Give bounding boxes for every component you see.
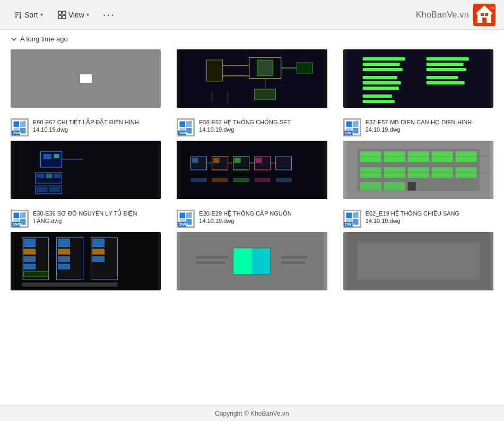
logo-domain-text: KhoBanVe.vn: [416, 10, 469, 20]
dwg-icon-7: TM DWG: [11, 210, 30, 229]
svg-rect-86: [255, 178, 271, 182]
dwg-svg-8: TM DWG: [177, 211, 195, 227]
svg-rect-151: [196, 261, 225, 264]
svg-rect-28: [362, 57, 405, 61]
svg-rect-4: [63, 11, 66, 14]
svg-rect-60: [49, 187, 60, 192]
thumb-svg-7: [11, 232, 161, 290]
svg-rect-78: [276, 157, 292, 170]
svg-rect-127: [24, 271, 47, 277]
file-label-6: TM DWG E37-E57-MB-DIEN-CAN-HO-DIEN-HINH-…: [343, 118, 493, 138]
svg-rect-152: [281, 256, 308, 259]
view-button[interactable]: View ▾: [53, 7, 94, 22]
file-thumbnail-4: [11, 141, 161, 199]
main-content: A long time ago: [0, 30, 504, 405]
svg-rect-31: [362, 76, 397, 79]
svg-rect-32: [362, 81, 401, 84]
file-name-4: E60-E67 CHI TIẾT LẮP ĐẶT ĐIỆN HÌNH 14.10…: [33, 118, 161, 134]
file-label-8: TM DWG E20-E29 HỆ THỐNG CẤP NGUỒN 14.10.…: [177, 210, 327, 229]
file-name-9: E02_E19 HỆ THỐNG CHIẾU SÁNG 14.10.19.dwg: [366, 210, 493, 225]
svg-text:TM: TM: [23, 212, 25, 214]
file-item-5[interactable]: TM DWG E58-E62 HỆ THỐNG CHỐNG SÉT 14.10.…: [177, 118, 327, 199]
svg-text:TM: TM: [490, 6, 494, 10]
section-header: A long time ago: [11, 35, 493, 43]
svg-rect-12: [485, 13, 488, 16]
view-icon: [58, 11, 66, 19]
svg-rect-148: [233, 248, 252, 274]
svg-rect-30: [362, 68, 402, 71]
svg-rect-73: [213, 158, 220, 163]
svg-text:...: ...: [183, 68, 185, 71]
svg-rect-38: [426, 68, 466, 71]
file-item-7[interactable]: TM DWG E30-E36 SƠ ĐỒ NGUYÊN LÝ TỦ ĐIỆN T…: [11, 210, 161, 290]
svg-rect-37: [426, 63, 463, 66]
svg-text:TM: TM: [189, 212, 192, 214]
file-item-2[interactable]: ...: [177, 49, 327, 108]
file-item-6[interactable]: TM DWG E37-E57-MB-DIEN-CAN-HO-DIEN-HINH-…: [343, 118, 493, 199]
svg-rect-35: [362, 100, 394, 103]
svg-rect-134: [93, 239, 105, 247]
file-item-3[interactable]: [343, 49, 493, 108]
dwg-svg-6: TM DWG: [343, 119, 361, 135]
svg-rect-62: [180, 122, 186, 127]
svg-rect-110: [407, 182, 415, 191]
toolbar-left: Sort ▾ View ▾ ···: [8, 6, 119, 23]
svg-rect-129: [58, 239, 70, 247]
svg-rect-108: [360, 182, 381, 191]
svg-text:DWG: DWG: [13, 131, 22, 135]
svg-rect-16: [257, 60, 273, 76]
svg-rect-84: [212, 178, 228, 182]
thumb-svg-6: [343, 141, 493, 199]
svg-rect-75: [234, 158, 241, 163]
khobanve-logo: TM: [473, 4, 496, 26]
svg-rect-59: [37, 187, 48, 192]
file-thumbnail-8: [177, 232, 327, 290]
svg-rect-10: [482, 18, 486, 23]
svg-rect-87: [276, 178, 292, 182]
dwg-icon-9: TM DWG: [343, 210, 362, 229]
svg-rect-36: [426, 57, 468, 61]
collapse-chevron-icon[interactable]: [11, 36, 17, 42]
svg-rect-5: [58, 15, 62, 19]
svg-rect-136: [93, 256, 105, 262]
svg-rect-57: [54, 174, 60, 178]
thumb-svg-5: [177, 141, 327, 199]
file-item-9[interactable]: TM DWG E02_E19 HỆ THỐNG CHIẾU SÁNG 14.10…: [343, 210, 493, 290]
thumb-svg-2: ...: [177, 49, 327, 108]
svg-text:DWG: DWG: [179, 222, 188, 226]
svg-rect-137: [22, 282, 118, 287]
svg-rect-150: [196, 256, 228, 259]
file-label-9: TM DWG E02_E19 HỆ THỐNG CHIẾU SÁNG 14.10…: [343, 210, 493, 229]
svg-rect-11: [481, 13, 484, 16]
footer: Copyright © KhoBanVe.vn: [0, 405, 504, 421]
file-label-5: TM DWG E58-E62 HỆ THỐNG CHỐNG SÉT 14.10.…: [177, 118, 327, 138]
toolbar: Sort ▾ View ▾ ··· KhoBanVe.vn: [0, 0, 504, 30]
file-item-4[interactable]: TM DWG E60-E67 CHI TIẾT LẮP ĐẶT ĐIỆN HÌN…: [11, 118, 161, 199]
file-item-8[interactable]: TM DWG E20-E29 HỆ THỐNG CẤP NGUỒN 14.10.…: [177, 210, 327, 290]
svg-text:TM: TM: [355, 121, 358, 123]
file-name-5: E58-E62 HỆ THỐNG CHỐNG SÉT 14.10.19.dwg: [199, 118, 327, 134]
sort-button[interactable]: Sort ▾: [8, 7, 48, 22]
svg-rect-89: [346, 122, 352, 127]
file-label-7: TM DWG E30-E36 SƠ ĐỒ NGUYÊN LÝ TỦ ĐIỆN T…: [11, 210, 161, 229]
dwg-icon-5: TM DWG: [177, 118, 196, 138]
svg-rect-51: [44, 154, 51, 159]
svg-text:DWG: DWG: [345, 131, 354, 135]
svg-rect-23: [297, 63, 313, 73]
more-button[interactable]: ···: [99, 6, 119, 23]
svg-text:TM: TM: [189, 121, 192, 123]
svg-rect-125: [24, 256, 36, 262]
file-item-1[interactable]: [11, 49, 161, 108]
file-label-4: TM DWG E60-E67 CHI TIẾT LẮP ĐẶT ĐIỆN HÌN…: [11, 118, 161, 138]
file-thumbnail-1: [11, 49, 161, 108]
svg-text:DWG: DWG: [179, 131, 188, 135]
svg-rect-77: [256, 158, 262, 163]
svg-rect-153: [281, 261, 305, 264]
svg-rect-21: [207, 60, 223, 81]
svg-rect-132: [58, 264, 70, 269]
view-label: View: [68, 11, 84, 19]
dwg-svg-7: TM DWG: [11, 211, 29, 227]
copyright-text: Copyright © KhoBanVe.vn: [215, 410, 289, 417]
sort-chevron: ▾: [40, 12, 43, 18]
file-thumbnail-7: [11, 232, 161, 290]
